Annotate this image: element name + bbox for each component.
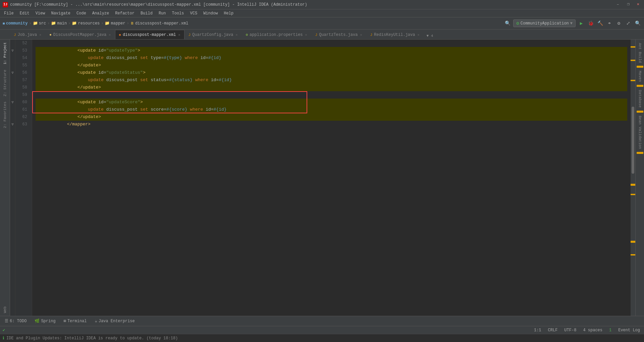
settings-button[interactable]: ⚙ [615, 20, 623, 27]
left-sidebar: 1: Project Z: Structure 2: Favorites Web [0, 40, 10, 316]
close-button[interactable]: ✕ [635, 1, 641, 8]
sidebar-tab-structure[interactable]: Z: Structure [2, 67, 8, 99]
scrollbar-right[interactable] [631, 40, 635, 316]
tab-job-java[interactable]: J Job.java ✕ [10, 30, 46, 39]
panel-tab-bean-validation[interactable]: Bean Validation [637, 114, 643, 151]
expand-button[interactable]: ⤢ [625, 20, 632, 27]
breadcrumb-resources[interactable]: 📁 resources [72, 21, 100, 26]
todo-button[interactable]: ☰ 6: TODO [3, 318, 29, 325]
terminal-button[interactable]: ⊞ Terminal [62, 318, 89, 325]
breadcrumb-community[interactable]: ◼ community [3, 21, 28, 26]
toolbar-right: 🔍 ⚙ CommunityApplication ▼ ▶ 🐞 🔨 ☂ ⚙ ⤢ 🔍 [504, 19, 641, 27]
fold-56[interactable]: ▽ [10, 69, 15, 76]
run-config-dropdown-icon: ▼ [570, 21, 573, 26]
title-bar: IJ community [F:\community] - ...\src\ma… [0, 0, 644, 9]
panel-tab-maven[interactable]: Maven [637, 69, 643, 84]
tab-overflow-count[interactable]: ▼ 4 [424, 33, 436, 39]
line-num-62: 62 [15, 113, 29, 121]
menu-view[interactable]: View [33, 10, 48, 16]
tab-close-mapper-xml[interactable]: ✕ [177, 33, 181, 37]
code-content[interactable]: <update id="updateType"> update discuss_… [32, 40, 631, 316]
tab-rediskeyutil-java-label: RedisKeyUtil.java [374, 33, 415, 37]
panel-tab-database[interactable]: Database [637, 88, 643, 110]
xml-icon: ◆ [119, 33, 121, 37]
right-panels: Ant Build Maven Database Bean Validation [635, 40, 644, 316]
tab-bar: J Job.java ✕ ● DiscussPostMapper.java ✕ … [0, 30, 644, 40]
panel-marker-database [637, 111, 643, 113]
status-notification[interactable]: 1 [608, 327, 613, 333]
status-line-sep[interactable]: CRLF [547, 327, 559, 333]
tab-close-job[interactable]: ✕ [39, 33, 42, 37]
search-toolbar-button[interactable]: 🔍 [504, 20, 511, 27]
scrollbar-marker-2 [631, 60, 635, 61]
tab-close-quartztest[interactable]: ✕ [359, 33, 363, 37]
java-icon-job: J [14, 33, 16, 37]
coverage-button[interactable]: ☂ [606, 20, 613, 27]
breadcrumb-file[interactable]: 🗎 discusspost-mapper.xml [130, 21, 188, 26]
menu-navigate[interactable]: Navigate [48, 10, 73, 16]
menu-build[interactable]: Build [138, 10, 155, 16]
line-num-55: 55 [15, 62, 29, 69]
breadcrumb: ◼ community › 📁 src › 📁 main › 📁 resourc… [3, 21, 188, 26]
java-enterprise-button[interactable]: ☕ Java Enterprise [93, 318, 137, 325]
panel-tab-ant-build[interactable]: Ant Build [637, 41, 643, 65]
fold-53[interactable]: ▽ [10, 47, 15, 54]
menu-refactor[interactable]: Refactor [112, 10, 137, 16]
menu-analyze[interactable]: Analyze [90, 10, 112, 16]
menu-code[interactable]: Code [74, 10, 89, 16]
breadcrumb-sep-1: › [29, 21, 31, 26]
tab-discusspost-mapper-xml[interactable]: ◆ discusspost-mapper.xml ✕ [115, 30, 184, 39]
search-button[interactable]: 🔍 [634, 20, 641, 27]
breadcrumb-sep-4: › [101, 21, 103, 26]
tab-discusspostmapper-java[interactable]: ● DiscussPostMapper.java ✕ [46, 30, 115, 39]
bottom-toolbar: ☰ 6: TODO 🌿 Spring ⊞ Terminal ☕ Java Ent… [0, 316, 644, 326]
tab-application-properties[interactable]: ⚙ application.properties ✕ [242, 30, 311, 39]
tab-close-props[interactable]: ✕ [305, 33, 308, 37]
restore-button[interactable]: ❐ [625, 1, 632, 8]
line-numbers: 52 53 54 55 56 57 58 59 60 61 62 63 [15, 40, 32, 316]
tab-quartzconfig-java[interactable]: J QuartzConfig.java ✕ [184, 30, 242, 39]
sidebar-tab-web[interactable]: Web [2, 304, 8, 316]
tab-close-quartzconfig[interactable]: ✕ [235, 33, 238, 37]
sidebar-tab-project[interactable]: 1: Project [2, 40, 8, 67]
status-position[interactable]: 1:1 [533, 327, 543, 333]
code-line-61: update discuss_post set score=#{score} w… [36, 106, 627, 113]
fold-60[interactable]: ▽ [10, 99, 15, 106]
breadcrumb-mapper[interactable]: 📁 mapper [105, 21, 125, 26]
sidebar-tab-favorites[interactable]: 2: Favorites [2, 99, 8, 131]
status-indent[interactable]: 4 spaces [582, 327, 604, 333]
menu-vcs[interactable]: VCS [187, 10, 200, 16]
menu-help[interactable]: Help [221, 10, 236, 16]
build-button[interactable]: 🔨 [596, 20, 604, 27]
code-line-63-content: </mapper> [36, 113, 91, 135]
menu-window[interactable]: Window [201, 10, 220, 16]
java-icon-mapper: ● [49, 33, 52, 37]
spring-button[interactable]: 🌿 Spring [33, 318, 57, 325]
window-title: community [F:\community] - ...\src\main\… [10, 2, 307, 7]
run-button[interactable]: ▶ [578, 20, 585, 27]
minimize-button[interactable]: － [614, 1, 622, 8]
notice-icon: ℹ [3, 336, 4, 341]
scrollbar-thumb[interactable] [632, 107, 634, 174]
tab-quartztests-java[interactable]: J QuartzTests.java ✕ [312, 30, 367, 39]
line-num-63: 63 [15, 121, 29, 128]
event-log-button[interactable]: Event Log [617, 327, 641, 333]
run-config-selector[interactable]: ⚙ CommunityApplication ▼ [513, 19, 576, 27]
breadcrumb-src[interactable]: 📁 src [33, 21, 46, 26]
fold-gutter: ▽ ▽ ▽ ▽ [10, 40, 15, 316]
breadcrumb-file-label: discusspost-mapper.xml [135, 21, 188, 26]
breadcrumb-main[interactable]: 📁 main [51, 21, 67, 26]
menu-tools[interactable]: Tools [169, 10, 187, 16]
menu-file[interactable]: File [1, 10, 16, 16]
debug-button[interactable]: 🐞 [587, 20, 594, 27]
tab-close-mapper-java[interactable]: ✕ [108, 33, 111, 37]
status-encoding[interactable]: UTF-8 [563, 327, 578, 333]
folder-icon-main: 📁 [51, 21, 56, 26]
fold-63[interactable]: ▽ [10, 121, 15, 128]
tab-close-redis[interactable]: ✕ [417, 33, 420, 37]
notification-count: 1 [609, 328, 611, 333]
tab-rediskeyutil-java[interactable]: J RedisKeyUtil.java ✕ [366, 30, 424, 39]
menu-run[interactable]: Run [156, 10, 169, 16]
tab-discusspostmapper-java-label: DiscussPostMapper.java [53, 33, 106, 37]
menu-edit[interactable]: Edit [17, 10, 32, 16]
